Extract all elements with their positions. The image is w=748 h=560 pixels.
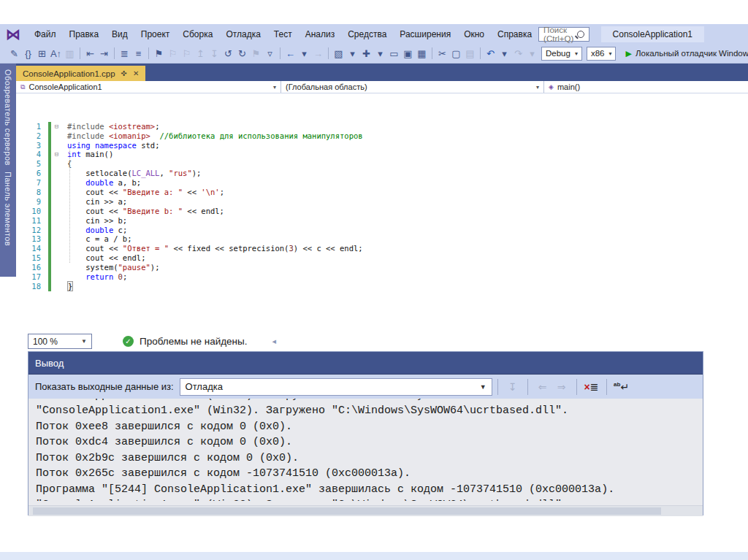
- quick-actions-icon[interactable]: ✎: [7, 49, 21, 58]
- splitter-arrow-icon[interactable]: ◂: [272, 337, 276, 346]
- uncomment-selection-icon[interactable]: ≡: [131, 49, 145, 58]
- code-line[interactable]: 2#include <iomanip> //библиотека для исп…: [16, 131, 748, 141]
- output-panel-header[interactable]: Вывод: [28, 352, 703, 375]
- side-strip-item-1[interactable]: Панель элементов: [4, 172, 12, 246]
- editor-status-row: 100 % ▼ ✓ Проблемы не найдены. ◂: [28, 332, 703, 350]
- menu-item-0[interactable]: Файл: [28, 26, 63, 42]
- bookmarks-window-icon[interactable]: ↺: [221, 49, 235, 58]
- scrollbar-thumb[interactable]: [33, 507, 661, 515]
- copy-icon[interactable]: ▢: [449, 49, 463, 58]
- tab-consoleapplication1-cpp[interactable]: ConsoleApplication1.cpp ✜ ✕: [16, 66, 145, 81]
- code-line[interactable]: 13 c = a / b;: [16, 234, 748, 244]
- word-wrap-icon[interactable]: ab↵: [612, 381, 631, 393]
- configuration-value: Debug: [546, 49, 570, 58]
- menu-item-1[interactable]: Правка: [63, 26, 106, 42]
- line-number: 11: [16, 216, 48, 226]
- code-line[interactable]: 7 double a, b;: [16, 178, 748, 188]
- fold-collapse-icon[interactable]: ⊟: [51, 122, 62, 131]
- tab-well: ConsoleApplication1.cpp ✜ ✕: [16, 64, 748, 81]
- code-line[interactable]: 11 cin >> b;: [16, 216, 748, 226]
- output-source-dropdown[interactable]: Отладка ▼: [180, 378, 492, 396]
- cut-icon[interactable]: ✂: [435, 49, 449, 58]
- platform-dropdown[interactable]: x86 ▾: [587, 47, 617, 61]
- member-dropdown[interactable]: ◈ main(): [544, 81, 748, 93]
- search-box[interactable]: Поиск (Ctrl+Q): [538, 27, 589, 42]
- code-line[interactable]: 18}: [16, 282, 748, 291]
- undo-menu-icon[interactable]: ▾: [497, 49, 511, 58]
- type-scope-dropdown[interactable]: (Глобальная область) ▾: [281, 81, 544, 93]
- code-line[interactable]: 4⊟int main(): [16, 150, 748, 159]
- output-line: Поток 0xdc4 завершился с кодом 0 (0x0).: [28, 434, 703, 450]
- code-line[interactable]: 1⊟#include <iostream>;: [16, 122, 748, 131]
- prev-bookmark-icon: ⚐: [166, 49, 180, 58]
- health-check-icon[interactable]: ✓: [123, 336, 134, 347]
- indent-icon[interactable]: ⇥: [97, 49, 111, 58]
- menu-item-5[interactable]: Отладка: [219, 26, 267, 42]
- toolbar-separator: [606, 379, 607, 395]
- toolbar-separator: [148, 47, 149, 59]
- add-item-menu-icon[interactable]: ▾: [373, 49, 387, 58]
- next-bookmark-folder-icon: ↧: [207, 49, 221, 58]
- unindent-icon[interactable]: ⇤: [83, 49, 97, 58]
- code-text: cout << "Введите b: " << endl;: [62, 207, 224, 216]
- new-project-menu-icon[interactable]: ▾: [346, 49, 359, 58]
- fold-collapse-icon[interactable]: ⊟: [51, 150, 62, 159]
- output-text-area[interactable]: "ConsoleApplication1.exe" (Win32). Загру…: [28, 399, 703, 505]
- delete-bookmark-icon: ⚑: [249, 49, 263, 58]
- open-file-icon[interactable]: ▭: [387, 49, 401, 58]
- clear-all-icon[interactable]: ×≣: [582, 381, 601, 393]
- code-line[interactable]: 6 setlocale(LC_ALL, "rus");: [16, 169, 748, 178]
- line-number: 7: [16, 178, 48, 188]
- menu-item-11[interactable]: Справка: [491, 26, 538, 42]
- fold-margin: [51, 226, 62, 235]
- start-debugging-button[interactable]: ▶ Локальный отладчик Windows ▾: [625, 49, 748, 58]
- menu-item-3[interactable]: Проект: [134, 26, 177, 42]
- new-project-icon[interactable]: ▧: [332, 49, 346, 58]
- menu-item-2[interactable]: Вид: [105, 26, 134, 42]
- code-line[interactable]: 3using namespace std;: [16, 141, 748, 150]
- menu-item-8[interactable]: Средства: [341, 26, 393, 42]
- side-strip-item-0[interactable]: Обозреватель серверов: [4, 69, 12, 166]
- save-all-icon[interactable]: ▦: [415, 49, 429, 58]
- code-editor[interactable]: 1⊟#include <iostream>;2#include <iomanip…: [16, 93, 748, 269]
- add-new-item-icon[interactable]: ✚: [359, 49, 373, 58]
- code-text: setlocale(LC_ALL, "rus");: [62, 169, 201, 178]
- toolbar-separator: [80, 47, 80, 59]
- code-line[interactable]: 17 return 0;: [16, 272, 748, 282]
- fold-margin: [51, 253, 62, 263]
- toolbar-overflow-icon[interactable]: ▿: [263, 49, 277, 58]
- pin-icon[interactable]: ✜: [121, 69, 127, 77]
- menu-item-7[interactable]: Анализ: [299, 26, 342, 42]
- undo-icon[interactable]: ↶: [484, 49, 497, 58]
- code-text: c = a / b;: [62, 234, 132, 244]
- project-scope-dropdown[interactable]: ⧉ ConsoleApplication1 ▾: [16, 81, 281, 93]
- save-icon[interactable]: ▣: [401, 49, 415, 58]
- navigate-backward-menu-icon[interactable]: ▾: [297, 49, 311, 58]
- close-icon[interactable]: ✕: [133, 69, 139, 77]
- code-line[interactable]: 8 cout << "Введите a: " << '\n';: [16, 188, 748, 197]
- horizontal-scrollbar[interactable]: [28, 505, 703, 516]
- zoom-dropdown[interactable]: 100 % ▼: [28, 334, 92, 349]
- code-line[interactable]: 15 cout << endl;: [16, 253, 748, 263]
- breakpoint-settings-icon[interactable]: {}: [21, 49, 35, 58]
- menu-item-6[interactable]: Тест: [267, 26, 299, 42]
- chevron-down-icon: ▾: [604, 50, 611, 57]
- menu-item-10[interactable]: Окно: [457, 26, 491, 42]
- code-line[interactable]: 14 cout << "Ответ = " << fixed << setpre…: [16, 244, 748, 253]
- configuration-dropdown[interactable]: Debug ▾: [541, 47, 582, 61]
- toggle-bookmark-icon[interactable]: ⚑: [152, 49, 166, 58]
- code-line[interactable]: 12 double c;: [16, 226, 748, 235]
- output-source-label: Показать выходные данные из:: [35, 381, 174, 392]
- comment-selection-icon[interactable]: ≣: [118, 49, 131, 58]
- code-line[interactable]: 10 cout << "Введите b: " << endl;: [16, 207, 748, 216]
- menu-item-9[interactable]: Расширения: [393, 26, 457, 42]
- code-line[interactable]: 16 system("pause");: [16, 263, 748, 272]
- font-size-icon[interactable]: A↑: [49, 49, 63, 58]
- code-line[interactable]: 5{: [16, 159, 748, 169]
- line-number: 8: [16, 188, 48, 197]
- navigate-backward-icon[interactable]: ←: [283, 49, 297, 58]
- code-line[interactable]: 9 cin >> a;: [16, 197, 748, 207]
- clear-bookmarks-icon[interactable]: ↻: [235, 49, 249, 58]
- menu-item-4[interactable]: Сборка: [176, 26, 219, 42]
- new-item-icon[interactable]: ⊞: [35, 49, 49, 58]
